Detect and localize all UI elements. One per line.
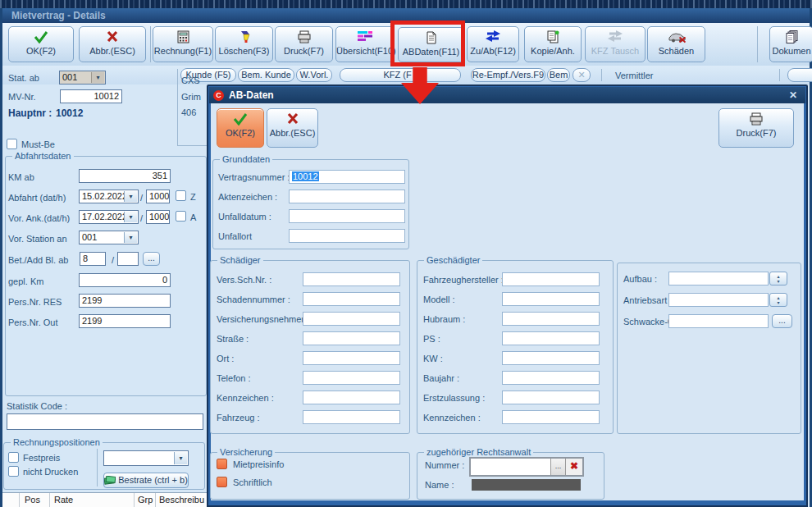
baujahr-input[interactable] bbox=[502, 371, 600, 385]
festpreis-checkbox[interactable] bbox=[8, 452, 19, 463]
modell-input[interactable] bbox=[502, 292, 600, 306]
bet-add-input2[interactable] bbox=[117, 252, 139, 266]
column-divider bbox=[49, 493, 50, 507]
nummer-browse-button[interactable]: ... bbox=[550, 459, 565, 475]
print-button[interactable]: Druck(F7) bbox=[275, 26, 333, 62]
mietpreisinfo-checkbox[interactable] bbox=[217, 459, 227, 469]
col-beschreibung[interactable]: Beschreibu bbox=[159, 495, 204, 505]
schwacke-browse-button[interactable]: ... bbox=[772, 314, 792, 328]
pers-out-input[interactable]: 2199 bbox=[79, 314, 171, 328]
dialog-ok-button[interactable]: OK(F2) bbox=[217, 108, 264, 148]
kw-input[interactable] bbox=[502, 351, 600, 365]
kfz-swap-button[interactable]: KFZ Tausch bbox=[585, 26, 645, 62]
ok-button[interactable]: OK(F2) bbox=[8, 26, 74, 62]
aufbau-label: Aufbau : bbox=[623, 274, 657, 284]
vers-sch-nr-input[interactable] bbox=[303, 272, 400, 286]
tab-bem-kunde[interactable]: Bem. Kunde bbox=[238, 68, 294, 82]
erstzulassung-input[interactable] bbox=[502, 391, 600, 404]
vertragsnummer-input[interactable]: 10012 bbox=[289, 170, 405, 184]
tab-bem[interactable]: Bem bbox=[547, 68, 570, 82]
schadennummer-input[interactable] bbox=[303, 292, 400, 306]
nummer-input[interactable] bbox=[471, 459, 550, 475]
nicht-drucken-checkbox[interactable] bbox=[8, 466, 19, 477]
dropdown-arrow-icon[interactable]: ▾ bbox=[91, 72, 104, 83]
tab-partial[interactable] bbox=[787, 68, 812, 82]
must-be-checkbox[interactable] bbox=[7, 139, 17, 149]
mietpreisinfo-label: Mietpreisinfo bbox=[233, 459, 284, 469]
strasse-input[interactable] bbox=[303, 331, 400, 345]
slash-label: / bbox=[112, 255, 114, 265]
hubraum-input[interactable] bbox=[502, 312, 600, 326]
stat-ab-select[interactable]: 001 ▾ bbox=[59, 71, 106, 84]
dialog-close-icon[interactable]: ✕ bbox=[789, 89, 797, 101]
col-pos[interactable]: Pos bbox=[25, 495, 40, 505]
money-icon bbox=[104, 476, 116, 485]
rate-select[interactable]: ▾ bbox=[103, 450, 189, 466]
documents-button[interactable]: Dokumen bbox=[769, 26, 812, 62]
damages-button[interactable]: Schäden bbox=[647, 26, 705, 62]
invoice-button[interactable]: Rechnung(F1) bbox=[153, 26, 213, 62]
ort-label: Ort : bbox=[217, 354, 234, 363]
dropdown-arrow-icon[interactable]: ▾ bbox=[174, 452, 187, 464]
unfallort-label: Unfallort bbox=[218, 231, 252, 241]
versicherungsnehmer-input[interactable] bbox=[303, 312, 400, 326]
cancel-button[interactable]: Abbr.(ESC) bbox=[79, 26, 146, 62]
fahrzeug-input[interactable] bbox=[303, 410, 400, 424]
bet-add-browse-button[interactable]: ... bbox=[143, 252, 160, 266]
ort-input[interactable] bbox=[303, 351, 400, 365]
copy-attach-button[interactable]: Kopie/Anh. bbox=[524, 26, 582, 62]
tab-kfz[interactable]: KFZ (F ) bbox=[340, 68, 461, 82]
bet-add-input1[interactable]: 8 bbox=[80, 252, 106, 266]
dialog-cancel-button[interactable]: Abbr.(ESC) bbox=[267, 108, 318, 148]
dropdown-arrow-icon[interactable]: ▾ bbox=[124, 212, 137, 222]
ps-input[interactable] bbox=[502, 331, 600, 345]
unfalldatum-input[interactable] bbox=[289, 209, 405, 223]
zuab-button[interactable]: Zu/Ab(F12) bbox=[467, 26, 519, 62]
aufbau-spinner[interactable]: ▴ ▾ bbox=[769, 272, 787, 285]
schriftlich-checkbox[interactable] bbox=[217, 477, 227, 487]
tab-wvorl[interactable]: W.Vorl. bbox=[296, 68, 332, 82]
ank-date-select[interactable]: 17.02.2022 ▾ bbox=[79, 210, 139, 224]
bet-add-label: Bet./Add Bl. ab bbox=[8, 255, 68, 265]
kennzeichen2-input[interactable] bbox=[502, 410, 600, 424]
schwacke-grp-input[interactable] bbox=[668, 314, 769, 328]
name-label: Name : bbox=[425, 480, 454, 490]
ank-time-input[interactable]: 1000 bbox=[146, 210, 170, 224]
col-grp[interactable]: Grp bbox=[138, 495, 153, 505]
station-select[interactable]: 001 ▾ bbox=[79, 231, 139, 244]
delete-button[interactable]: Löschen(F3) bbox=[215, 26, 273, 62]
dialog-print-button[interactable]: Druck(F7) bbox=[718, 108, 794, 148]
telefon-input[interactable] bbox=[303, 371, 400, 385]
gepl-km-input[interactable]: 0 bbox=[79, 273, 171, 287]
tabrow-divider bbox=[601, 69, 602, 81]
panel-divider bbox=[177, 145, 207, 146]
modell-label: Modell : bbox=[423, 295, 455, 304]
ank-label: Vor. Ank.(dat/h) bbox=[8, 213, 70, 223]
col-rate[interactable]: Rate bbox=[54, 495, 73, 505]
antriebsart-input[interactable] bbox=[668, 293, 769, 307]
abfahrt-checkbox[interactable] bbox=[176, 190, 186, 201]
statistik-code-input[interactable] bbox=[7, 413, 203, 430]
ank-checkbox[interactable] bbox=[176, 211, 186, 222]
mv-nr-input[interactable]: 10012 bbox=[60, 89, 122, 103]
abfahrt-time-input[interactable]: 1000 bbox=[146, 190, 170, 203]
aktenzeichen-input[interactable] bbox=[289, 190, 405, 203]
pers-res-input[interactable]: 2199 bbox=[79, 294, 171, 308]
dialog-title: AB-Daten bbox=[229, 89, 274, 101]
dropdown-arrow-icon[interactable]: ▾ bbox=[124, 191, 137, 202]
hauptnr-label: Hauptnr : bbox=[8, 107, 52, 119]
abfahrt-date-select[interactable]: 15.02.2022 ▾ bbox=[79, 190, 139, 203]
overview-button[interactable]: Übersicht(F10) bbox=[335, 26, 395, 62]
nummer-clear-button[interactable]: ✖ bbox=[565, 459, 582, 475]
unfallort-input[interactable] bbox=[289, 229, 405, 243]
tab-reempf[interactable]: Re-Empf./Vers.F9 bbox=[471, 68, 545, 82]
tab-close-button[interactable]: ✕ bbox=[573, 68, 591, 82]
swap-icon bbox=[586, 30, 645, 46]
aufbau-input[interactable] bbox=[668, 272, 769, 285]
fahrzeughersteller-input[interactable] bbox=[502, 272, 600, 286]
km-ab-input[interactable]: 351 bbox=[79, 169, 171, 183]
dropdown-arrow-icon[interactable]: ▾ bbox=[124, 232, 137, 243]
kennzeichen-input[interactable] bbox=[303, 391, 400, 404]
antriebsart-spinner[interactable]: ▴ ▾ bbox=[769, 293, 787, 307]
bestrate-button[interactable]: Bestrate (ctrl + b) bbox=[103, 473, 189, 488]
